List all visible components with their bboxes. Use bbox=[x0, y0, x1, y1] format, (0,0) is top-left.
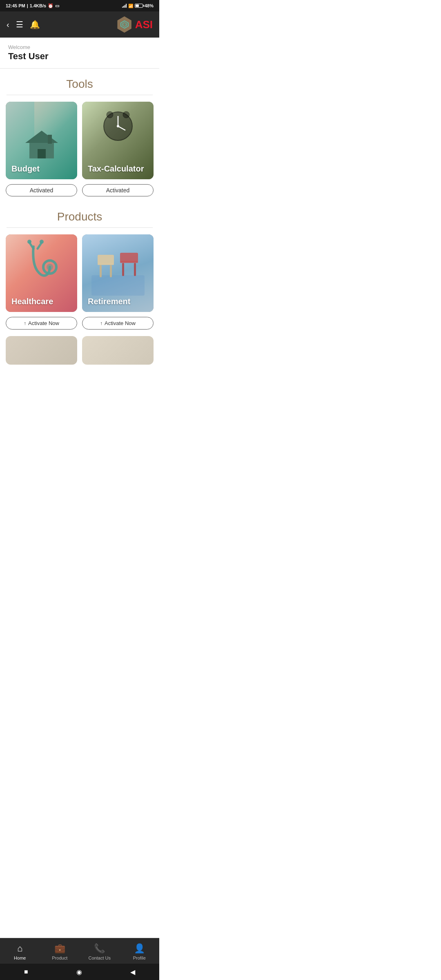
welcome-section: Welcome Test User bbox=[0, 38, 159, 65]
clock-decoration bbox=[102, 110, 134, 144]
activate-arrow-1: ↑ bbox=[24, 321, 26, 326]
stethoscope-svg bbox=[21, 238, 62, 292]
svg-rect-25 bbox=[122, 263, 124, 276]
chairs-decoration bbox=[91, 243, 145, 297]
back-button[interactable]: ‹ bbox=[7, 20, 9, 29]
products-divider bbox=[7, 227, 153, 228]
logo-icon bbox=[120, 20, 129, 29]
retirement-label: Retirement bbox=[88, 297, 130, 306]
house-decoration bbox=[23, 129, 60, 161]
alarm-icon: ⏰ bbox=[48, 3, 53, 9]
status-right: 📶 48% bbox=[122, 3, 154, 8]
svg-rect-26 bbox=[134, 263, 136, 276]
tax-calculator-label: Tax-Calculator bbox=[88, 164, 144, 174]
wifi-icon: 📶 bbox=[128, 4, 133, 8]
notification-button[interactable]: 🔔 bbox=[30, 20, 40, 29]
screen-icon: ▭ bbox=[55, 3, 59, 9]
partial-card-2[interactable] bbox=[82, 336, 154, 365]
svg-point-18 bbox=[40, 240, 44, 244]
battery-icon bbox=[135, 4, 143, 8]
products-section-title: Products bbox=[0, 205, 159, 227]
activate-row: ↑ Activate Now ↑ Activate Now bbox=[0, 314, 159, 336]
retirement-card[interactable]: Retirement bbox=[82, 234, 154, 312]
svg-rect-27 bbox=[120, 253, 138, 262]
healthcare-activate-btn[interactable]: ↑ Activate Now bbox=[6, 317, 77, 330]
chairs-svg bbox=[91, 243, 145, 296]
house-svg bbox=[23, 129, 60, 159]
healthcare-label: Healthcare bbox=[11, 297, 53, 306]
welcome-divider bbox=[0, 68, 159, 69]
activated-row: Activated Activated bbox=[0, 181, 159, 205]
signal-bars bbox=[122, 4, 127, 8]
svg-rect-22 bbox=[110, 265, 112, 277]
time: 12:45 PM bbox=[6, 3, 25, 8]
svg-point-17 bbox=[27, 240, 31, 244]
products-cards-row: Healthcare bbox=[0, 234, 159, 312]
svg-rect-19 bbox=[91, 275, 145, 296]
tools-cards-row: Budget Tax-Calculator bbox=[0, 102, 159, 179]
healthcare-card[interactable]: Healthcare bbox=[6, 234, 77, 312]
svg-point-12 bbox=[123, 111, 129, 118]
welcome-label: Welcome bbox=[8, 44, 151, 50]
header: ‹ ☰ 🔔 ASI bbox=[0, 11, 159, 38]
battery-percent: 48% bbox=[145, 3, 154, 8]
svg-point-10 bbox=[117, 125, 119, 127]
svg-point-11 bbox=[107, 111, 113, 118]
svg-point-14 bbox=[47, 264, 53, 270]
partial-card-1[interactable] bbox=[6, 336, 77, 365]
svg-marker-3 bbox=[25, 131, 58, 143]
tax-calculator-card[interactable]: Tax-Calculator bbox=[82, 102, 154, 179]
svg-rect-21 bbox=[100, 265, 102, 277]
tools-divider bbox=[7, 95, 153, 95]
svg-rect-23 bbox=[98, 255, 114, 264]
partial-cards-row bbox=[0, 336, 159, 365]
welcome-name: Test User bbox=[8, 51, 151, 62]
status-bar: 12:45 PM | 1.4KB/s ⏰ ▭ 📶 48% bbox=[0, 0, 159, 11]
retirement-activate-label: Activate Now bbox=[105, 320, 136, 326]
activate-arrow-2: ↑ bbox=[100, 321, 102, 326]
status-left: 12:45 PM | 1.4KB/s ⏰ ▭ bbox=[6, 3, 59, 9]
svg-rect-5 bbox=[38, 149, 46, 158]
svg-rect-6 bbox=[48, 135, 52, 144]
stethoscope-decoration bbox=[21, 238, 62, 293]
header-logo: ASI bbox=[116, 16, 153, 33]
budget-label: Budget bbox=[11, 164, 40, 174]
tax-activated-btn[interactable]: Activated bbox=[82, 184, 154, 196]
logo-text: ASI bbox=[135, 18, 153, 31]
clock-svg bbox=[102, 110, 134, 143]
tools-section-title: Tools bbox=[0, 72, 159, 95]
data-speed: 1.4KB/s bbox=[30, 3, 46, 8]
header-left: ‹ ☰ 🔔 bbox=[7, 20, 40, 29]
retirement-activate-btn[interactable]: ↑ Activate Now bbox=[82, 317, 154, 330]
healthcare-activate-label: Activate Now bbox=[28, 320, 59, 326]
logo-hexagon bbox=[116, 16, 133, 33]
separator: | bbox=[27, 3, 28, 8]
budget-card[interactable]: Budget bbox=[6, 102, 77, 179]
menu-button[interactable]: ☰ bbox=[16, 20, 23, 29]
budget-activated-btn[interactable]: Activated bbox=[6, 184, 77, 196]
main-content: Welcome Test User Tools Budget bbox=[0, 38, 159, 414]
